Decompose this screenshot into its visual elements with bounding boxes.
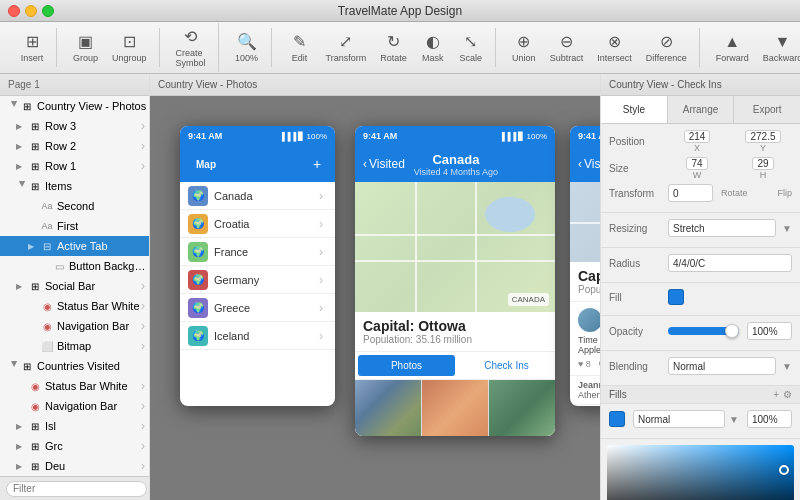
list-item[interactable]: 🌍 Iceland › [180, 322, 335, 350]
fills-opacity-field[interactable]: 100% [747, 410, 792, 428]
transform-button[interactable]: ⤢ Transform [320, 28, 373, 67]
backward-button[interactable]: ▼ Backward [757, 29, 800, 67]
subtract-icon: ⊖ [560, 32, 573, 51]
y-field[interactable]: 272.5 [745, 130, 780, 143]
opacity-section: Opacity 100% [601, 316, 800, 351]
scale-button[interactable]: ⤡ Scale [453, 28, 489, 67]
sidebar-item-cv-status[interactable]: ▶ ◉ Status Bar White › [0, 376, 149, 396]
ungroup-label: Ungroup [112, 53, 147, 63]
sidebar-item-countries-visited[interactable]: ▶ ⊞ Countries Visited [0, 356, 149, 376]
edit-button[interactable]: ✎ Edit [282, 28, 318, 67]
tab-checkins[interactable]: Check Ins [458, 352, 555, 379]
group-button[interactable]: ▣ Group [67, 28, 104, 67]
sidebar-item-second[interactable]: ▶ Aa Second [0, 196, 149, 216]
tab-arrange[interactable]: Arrange [668, 96, 735, 123]
mask-button[interactable]: ◐ Mask [415, 28, 451, 67]
sidebar-item-row2[interactable]: ▶ ⊞ Row 2 › [0, 136, 149, 156]
color-spectrum[interactable] [607, 445, 794, 500]
list-item[interactable]: 🌍 Canada › [180, 182, 335, 210]
opacity-value[interactable]: 100% [747, 322, 792, 340]
list-item[interactable]: 🌍 Greece › [180, 294, 335, 322]
phone-status-left: 9:41 AM ▐▐▐ ▊ 100% [180, 126, 335, 146]
sidebar-item-grc[interactable]: ▶ ⊞ Grc › [0, 436, 149, 456]
comment-action[interactable]: 💬 2 [599, 359, 600, 369]
add-country-button[interactable]: + [307, 154, 327, 174]
rotate-button[interactable]: ↻ Rotate [374, 28, 413, 67]
rotate-label: Rotate [380, 53, 407, 63]
photo-cell[interactable] [422, 380, 488, 436]
sidebar-item-button-bg[interactable]: ▶ ▭ Button Background [0, 256, 149, 276]
sidebar-item-row1[interactable]: ▶ ⊞ Row 1 › [0, 156, 149, 176]
country-icon: 🌍 [188, 186, 208, 206]
photo-cell[interactable] [489, 380, 555, 436]
tree-label: First [57, 220, 78, 232]
rotate-field[interactable]: 0 [668, 184, 713, 202]
forward-button[interactable]: ▲ Forward [710, 29, 755, 67]
union-button[interactable]: ⊕ Union [506, 28, 542, 67]
blending-field[interactable]: Normal [668, 357, 776, 375]
sidebar-item-status-bar[interactable]: ▶ ◉ Status Bar White › [0, 296, 149, 316]
sidebar-item-cv-nav[interactable]: ▶ ◉ Navigation Bar › [0, 396, 149, 416]
phone-list-left[interactable]: 🌍 Canada › 🌍 Croatia › 🌍 France › [180, 182, 335, 350]
fills-color-swatch[interactable] [609, 411, 625, 427]
sidebar-item-nav-bar[interactable]: ▶ ◉ Navigation Bar › [0, 316, 149, 336]
phone-nav-back-center[interactable]: ‹ Visited [363, 157, 405, 171]
color-picker: 0091FF Hex 0 R 145 G 255 B [601, 439, 800, 500]
sidebar-item-social-bar[interactable]: ▶ ⊞ Social Bar › [0, 276, 149, 296]
list-item[interactable]: 🌍 France › [180, 238, 335, 266]
card-item: ☕ Artisanal Sho Coffee Shop ... What tim… [570, 405, 600, 406]
radius-field[interactable]: 4/4/0/C [668, 254, 792, 272]
tab-photos[interactable]: Photos [358, 355, 455, 376]
country-icon: 🌍 [188, 242, 208, 262]
close-button[interactable] [8, 5, 20, 17]
maximize-button[interactable] [42, 5, 54, 17]
phone-city-center: Capital: Ottowa [363, 318, 547, 334]
create-symbol-button[interactable]: ⟲ Create Symbol [170, 23, 212, 72]
list-item[interactable]: 🌍 Germany › [180, 266, 335, 294]
intersect-button[interactable]: ⊗ Intersect [591, 28, 638, 67]
list-item[interactable]: 🌍 Croatia › [180, 210, 335, 238]
canvas-area[interactable]: Country View - Photos 9:41 AM ▐▐▐ ▊ 100%… [150, 74, 600, 500]
fills-settings-icon[interactable]: ⚙ [783, 389, 792, 400]
fills-add-icon[interactable]: + [773, 389, 779, 400]
width-field[interactable]: 74 [686, 157, 707, 170]
sidebar-item-row3[interactable]: ▶ ⊞ Row 3 › [0, 116, 149, 136]
chevron-right-icon: › [141, 279, 145, 293]
sidebar-item-isl[interactable]: ▶ ⊞ Isl › [0, 416, 149, 436]
road-h2 [355, 260, 555, 262]
sidebar-item-deu[interactable]: ▶ ⊞ Deu › [0, 456, 149, 476]
phone-map-right [570, 182, 600, 262]
tab-export[interactable]: Export [734, 96, 800, 123]
resizing-field[interactable]: Stretch [668, 219, 776, 237]
difference-button[interactable]: ⊘ Difference [640, 28, 693, 67]
opacity-slider[interactable] [668, 327, 739, 335]
insert-button[interactable]: ⊞ Insert [14, 28, 50, 67]
sidebar-item-first[interactable]: ▶ Aa First [0, 216, 149, 236]
minimize-button[interactable] [25, 5, 37, 17]
color-cursor[interactable] [779, 465, 789, 475]
tab-style[interactable]: Style [601, 96, 668, 123]
tree-label: Status Bar White [45, 380, 128, 392]
ungroup-button[interactable]: ⊡ Ungroup [106, 28, 153, 67]
fill-color-swatch[interactable] [668, 289, 684, 305]
edit-group: ✎ Edit ⤢ Transform ↻ Rotate ◐ Mask ⤡ Sca… [276, 28, 496, 67]
subtract-button[interactable]: ⊖ Subtract [544, 28, 590, 67]
fills-section-header[interactable]: Fills + ⚙ [601, 386, 800, 404]
fills-blend-field[interactable]: Normal [633, 410, 725, 428]
sidebar-item-country-view-photos[interactable]: ▶ ⊞ Country View - Photos [0, 96, 149, 116]
sidebar-item-items[interactable]: ▶ ⊞ Items [0, 176, 149, 196]
search-input[interactable] [6, 481, 147, 497]
zoom-button[interactable]: 🔍 100% [229, 28, 265, 67]
like-action[interactable]: ♥ 8 [578, 359, 591, 369]
sidebar-item-active-tab[interactable]: ▶ ⊟ Active Tab [0, 236, 149, 256]
tree-label: Countries Visited [37, 360, 120, 372]
phone-nav-back-right[interactable]: ‹ Visited [578, 157, 600, 171]
sidebar-item-bitmap[interactable]: ▶ ⬜ Bitmap › [0, 336, 149, 356]
sidebar-tree[interactable]: ▶ ⊞ Country View - Photos ▶ ⊞ Row 3 › ▶ … [0, 96, 149, 476]
blending-chevron-icon: ▼ [782, 361, 792, 372]
map-button[interactable]: Map [188, 156, 224, 173]
photo-cell[interactable] [355, 380, 421, 436]
x-field[interactable]: 214 [684, 130, 711, 143]
canvas-background[interactable]: 9:41 AM ▐▐▐ ▊ 100% Map + 🌍 Canada › [150, 96, 600, 500]
height-field[interactable]: 29 [752, 157, 773, 170]
